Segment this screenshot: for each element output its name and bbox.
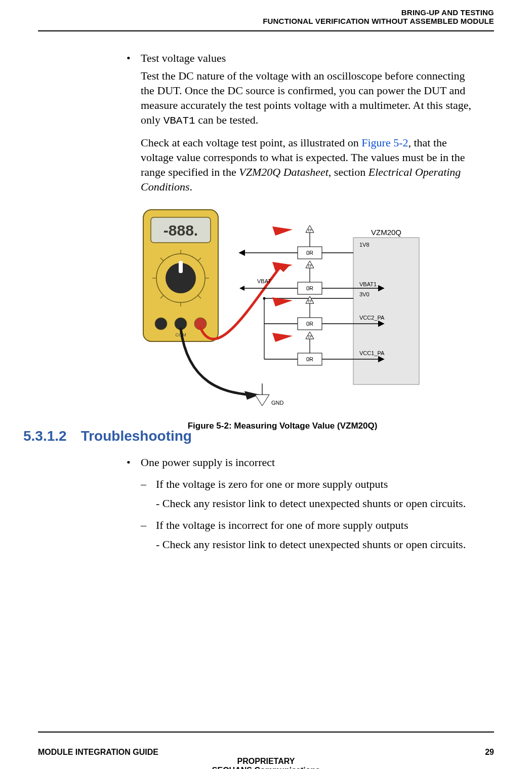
footer-left: MODULE INTEGRATION GUIDE [38, 748, 158, 756]
dash-item-2-text: If the voltage is incorrect for one of m… [156, 518, 408, 532]
para1-b: can be tested. [195, 113, 259, 126]
resistor-vcc1-label: 0R [306, 356, 313, 362]
label-3v0: 3V0 [359, 291, 370, 297]
para2-d: . [190, 180, 193, 193]
section-title: Troubleshooting [81, 428, 192, 444]
section-heading: 5.3.1.2 Troubleshooting [23, 428, 192, 444]
doc-title-italic: VZM20Q Datasheet [239, 166, 329, 178]
dash-marker: – [141, 518, 156, 532]
bullet-one-supply-text: One power supply is incorrect [141, 455, 275, 470]
header-rule [38, 30, 494, 31]
section-number: 5.3.1.2 [23, 428, 67, 444]
paragraph-2: Check at each voltage test point, as ill… [141, 135, 476, 194]
bullet-marker: • [127, 455, 141, 470]
tp-vbat-label: TP [307, 263, 312, 268]
dial-pointer [179, 261, 183, 273]
node-3v0 [263, 297, 266, 299]
label-vcc2pa: VCC2_PA [359, 315, 385, 321]
label-1v8: 1V8 [359, 242, 370, 248]
rail-vbat-arrow-l [239, 286, 244, 291]
footer-center-2: SEQUANS Communications [38, 766, 494, 769]
dash-item-1: – If the voltage is zero for one or more… [141, 477, 476, 491]
para2-a: Check at each voltage test point, as ill… [141, 136, 361, 149]
figure-5-2: -888. [141, 207, 424, 432]
footer-center-1: PROPRIETARY [38, 757, 494, 766]
bullet-marker: • [127, 51, 141, 65]
paragraph-1: Test the DC nature of the voltage with a… [141, 68, 476, 128]
svg-marker-9 [255, 395, 269, 406]
dash-1-sub: - Check any resistor link to detect unex… [156, 496, 476, 511]
running-header-line1: BRING-UP AND TESTING [263, 8, 494, 17]
mono-vbat1: VBAT1 [163, 115, 195, 127]
tp-vcc1-label: TP [307, 334, 312, 339]
probe-arrow-vcc1 [272, 333, 293, 342]
probe-arrow-vcc2 [272, 297, 293, 306]
label-vcc1pa: VCC1_PA [359, 350, 385, 356]
footer-page-number: 29 [485, 748, 494, 757]
bullet-one-supply: • One power supply is incorrect [127, 455, 476, 470]
tp-vcc2-label: TP [307, 299, 312, 303]
running-header: BRING-UP AND TESTING FUNCTIONAL VERIFICA… [263, 8, 494, 25]
chip-block [353, 238, 419, 384]
resistor-vbat-label: 0R [306, 285, 313, 291]
bullet-title: Test voltage values [141, 51, 226, 65]
dash-marker: – [141, 477, 156, 491]
running-header-line2: FUNCTIONAL VERIFICATION WITHOUT ASSEMBLE… [263, 17, 494, 25]
bullet-test-voltage: • Test voltage values Test the DC nature… [127, 51, 476, 432]
figure-reference-link[interactable]: Figure 5-2 [361, 136, 408, 149]
figure-diagram: -888. [141, 207, 424, 410]
dash-2-sub: - Check any resistor link to detect unex… [156, 537, 476, 552]
dash-item-2: – If the voltage is incorrect for one of… [141, 518, 476, 532]
resistor-1v8-label: 0R [306, 250, 313, 256]
label-vbat: VBAT [257, 278, 271, 284]
para2-c: , section [329, 166, 369, 178]
probe-arrow-1v8 [272, 226, 293, 236]
dash-item-1-text: If the voltage is zero for one or more s… [156, 477, 388, 491]
footer-rule [38, 732, 494, 733]
label-vbat1: VBAT1 [359, 281, 377, 287]
resistor-vcc2-label: 0R [306, 321, 313, 327]
jack-left [155, 318, 167, 330]
page-footer: MODULE INTEGRATION GUIDE PROPRIETARY SEQ… [38, 748, 494, 757]
multimeter-reading: -888. [163, 222, 198, 239]
tp-1v8-label: TP [307, 228, 312, 233]
label-gnd: GND [271, 400, 284, 406]
chip-label: VZM20Q [371, 228, 401, 237]
gnd-symbol: GND [255, 383, 284, 406]
